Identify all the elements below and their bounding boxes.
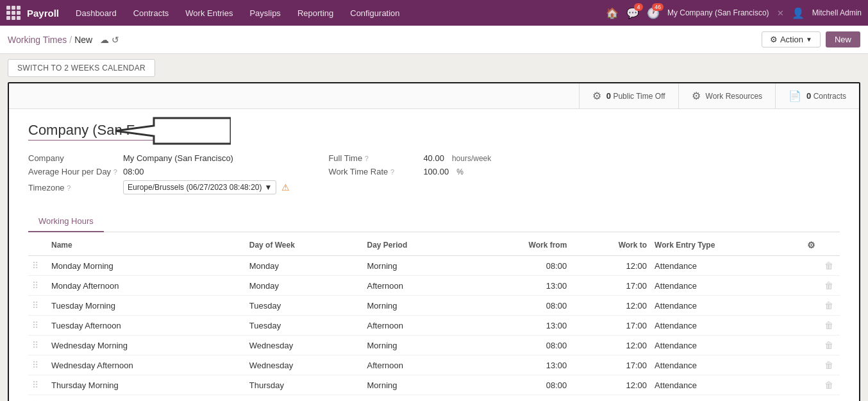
cell-to: 17:00 — [571, 276, 651, 296]
timezone-label-text: Timezone — [28, 183, 65, 192]
cell-day: Monday — [246, 256, 363, 276]
time-off-label: Public Time Off — [613, 92, 665, 101]
cell-delete: 🗑 — [821, 355, 840, 375]
avg-hour-value: 08:00 — [123, 167, 144, 176]
nav-reporting[interactable]: Reporting — [291, 6, 340, 21]
col-from-label: Work from — [529, 241, 567, 250]
delete-row-icon[interactable]: 🗑 — [824, 340, 833, 350]
switch-calendar-button[interactable]: SWITCH TO 2 WEEKS CALENDAR — [8, 59, 155, 77]
col-to-label: Work to — [619, 241, 647, 250]
clock-icon[interactable]: 🕐 46 — [647, 7, 660, 19]
avg-hour-row: Average Hour per Day ? 08:00 — [28, 167, 290, 176]
app-grid-icon[interactable] — [6, 6, 21, 20]
breadcrumb-root[interactable]: Working Times — [8, 35, 67, 45]
sub-header: Working Times / New ☁ ↺ ⚙ Action ▼ New — [0, 26, 868, 54]
delete-row-icon[interactable]: 🗑 — [824, 360, 833, 370]
drag-handle-icon[interactable]: ⠿ — [32, 360, 38, 370]
new-button[interactable]: New — [826, 31, 860, 47]
user-avatar-icon[interactable]: 👤 — [792, 7, 805, 19]
work-rate-label-text: Work Time Rate — [328, 167, 388, 176]
stat-contracts[interactable]: 📄 0 Contracts — [775, 83, 859, 108]
table-header-row: Name Day of Week Day Period Work from Wo — [28, 235, 840, 256]
cell-day: Tuesday — [246, 296, 363, 316]
cell-period: Afternoon — [363, 395, 469, 402]
cell-delete: 🗑 — [821, 316, 840, 336]
nav-work-entries[interactable]: Work Entries — [179, 6, 239, 21]
cell-type: Attendance — [651, 395, 801, 402]
col-from: Work from — [469, 235, 571, 256]
nav-payslips[interactable]: Payslips — [243, 6, 287, 21]
company-label: Company — [28, 153, 118, 163]
timezone-caret-icon: ▼ — [264, 183, 272, 192]
stat-work-resources[interactable]: ⚙ Work Resources — [678, 83, 775, 108]
nav-configuration[interactable]: Configuration — [344, 6, 406, 21]
chat-icon[interactable]: 💬 4 — [626, 7, 639, 19]
nav-contracts[interactable]: Contracts — [127, 6, 176, 21]
cell-from: 08:00 — [469, 256, 571, 276]
drag-handle-icon[interactable]: ⠿ — [32, 320, 38, 330]
home-icon[interactable]: 🏠 — [606, 7, 619, 19]
delete-row-icon[interactable]: 🗑 — [824, 300, 833, 311]
timezone-select[interactable]: Europe/Brussels (06/27/2023 08:48:20) ▼ — [123, 180, 276, 194]
breadcrumb-current: New — [74, 35, 92, 45]
contracts-icon: 📄 — [789, 90, 801, 102]
action-button[interactable]: ⚙ Action ▼ — [762, 31, 821, 47]
app-name[interactable]: Payroll — [27, 8, 59, 19]
cell-spacer — [801, 316, 821, 336]
cell-type: Attendance — [651, 355, 801, 375]
cell-day: Wednesday — [246, 355, 363, 375]
chat-badge: 4 — [634, 3, 643, 11]
drag-handle-icon[interactable]: ⠿ — [32, 380, 38, 390]
form-right-column: Full Time ? 40.00 hours/week Work Time R… — [328, 153, 491, 198]
cell-type: Attendance — [651, 296, 801, 316]
col-settings[interactable]: ⚙ — [801, 235, 821, 256]
cell-to: 12:00 — [571, 296, 651, 316]
breadcrumb-icons: ☁ ↺ — [100, 35, 119, 45]
cell-day: Thursday — [246, 375, 363, 395]
avg-hour-label: Average Hour per Day ? — [28, 167, 118, 176]
drag-cell: ⠿ — [28, 276, 47, 296]
col-name: Name — [47, 235, 246, 256]
col-type: Work Entry Type — [651, 235, 801, 256]
drag-cell: ⠿ — [28, 336, 47, 355]
drag-handle-icon[interactable]: ⠿ — [32, 280, 38, 291]
drag-cell: ⠿ — [28, 375, 47, 395]
delete-row-icon[interactable]: 🗑 — [824, 380, 833, 390]
breadcrumb-separator: / — [69, 35, 72, 45]
switch-bar: SWITCH TO 2 WEEKS CALENDAR — [0, 54, 868, 82]
cell-name: Wednesday Afternoon — [47, 355, 246, 375]
timezone-row: Timezone ? Europe/Brussels (06/27/2023 0… — [28, 180, 290, 194]
drag-handle-icon[interactable]: ⠿ — [32, 260, 38, 271]
col-drag — [28, 235, 47, 256]
stat-public-time-off[interactable]: ⚙ 0 Public Time Off — [579, 83, 678, 108]
column-settings-icon[interactable]: ⚙ — [807, 240, 815, 250]
form-title: Company (San Francisco) — [28, 122, 192, 141]
cell-period: Morning — [363, 375, 469, 395]
full-time-unit: hours/week — [452, 154, 491, 163]
work-rate-unit: % — [456, 167, 463, 176]
table-body: ⠿ Monday Morning Monday Morning 08:00 12… — [28, 256, 840, 402]
cell-period: Morning — [363, 256, 469, 276]
drag-handle-icon[interactable]: ⠿ — [32, 300, 38, 311]
timezone-value: Europe/Brussels (06/27/2023 08:48:20) — [128, 183, 262, 192]
col-type-label: Work Entry Type — [655, 241, 715, 250]
delete-row-icon[interactable]: 🗑 — [824, 260, 833, 271]
cell-name: Monday Afternoon — [47, 276, 246, 296]
drag-handle-icon[interactable]: ⠿ — [32, 340, 38, 350]
action-caret-icon: ▼ — [806, 36, 812, 43]
save-icon[interactable]: ☁ — [100, 35, 109, 45]
avg-hour-label-text: Average Hour per Day — [28, 167, 111, 176]
discard-icon[interactable]: ↺ — [112, 35, 119, 45]
main-wrapper: ⚙ 0 Public Time Off ⚙ Work Resources 📄 0… — [0, 82, 868, 401]
cell-to: 17:00 — [571, 395, 651, 402]
timezone-input-area: Europe/Brussels (06/27/2023 08:48:20) ▼ … — [123, 180, 290, 194]
full-time-help-icon: ? — [365, 155, 369, 162]
cell-type: Attendance — [651, 256, 801, 276]
nav-dashboard[interactable]: Dashboard — [69, 6, 123, 21]
cell-spacer — [801, 276, 821, 296]
avg-hour-help-icon: ? — [113, 168, 117, 176]
delete-row-icon[interactable]: 🗑 — [824, 280, 833, 291]
time-off-count: 0 — [606, 91, 611, 101]
delete-row-icon[interactable]: 🗑 — [824, 320, 833, 330]
tab-working-hours[interactable]: Working Hours — [28, 211, 104, 232]
